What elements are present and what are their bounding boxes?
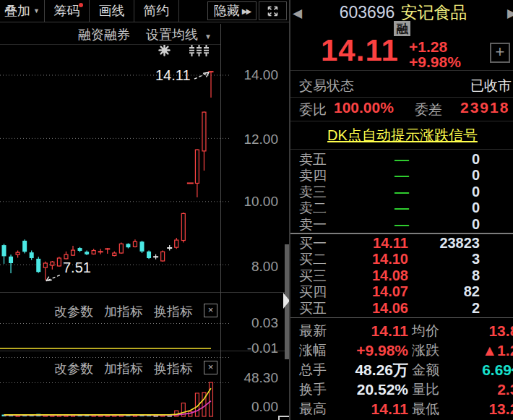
close-indicator1-button[interactable]: ×	[204, 304, 217, 317]
buy-1-row[interactable]: 买一 14.11 23823	[290, 235, 513, 252]
close-volume-panel-button[interactable]: ×	[204, 361, 217, 374]
axis-label-4830: 48.30	[225, 371, 278, 385]
switch-indicator-button[interactable]: 换指标	[154, 303, 193, 320]
pct-change-value: +9.98%	[322, 340, 408, 360]
volume-ratio-value: 2.34	[440, 380, 513, 399]
indicator1-header: 改参数 加指标 换指标	[54, 303, 193, 320]
axis-label-10: 10.00	[225, 194, 278, 209]
axis-label-14: 14.00	[225, 68, 278, 82]
hide-label: 隐藏	[214, 2, 240, 20]
buy-5-row[interactable]: 买五 14.06 2	[290, 300, 513, 317]
weibi-label: 委比	[299, 100, 327, 119]
draw-line-label: 画线	[99, 2, 125, 20]
sell-2-price: —	[322, 200, 408, 216]
stock-name: 安记食品	[400, 3, 467, 22]
change-value: ▲1.28	[440, 340, 513, 360]
high-value: 14.11	[322, 399, 408, 419]
stats-row: 最高 14.11 最低 13.25	[290, 399, 513, 419]
edit-params-button[interactable]: 改参数	[54, 303, 93, 320]
sell-5-volume: 0	[400, 151, 480, 168]
chips-label: 筹码	[54, 2, 80, 20]
sell-4-price: —	[322, 167, 408, 184]
weicha-label: 委差	[415, 100, 442, 119]
weibi-value: 100.00%	[334, 99, 394, 116]
stats-row: 换手 20.52% 量比 2.34	[290, 380, 513, 399]
buy-1-price: 14.11	[322, 235, 408, 252]
total-volume-value: 48.26万	[322, 360, 408, 380]
axis-label-8: 8.00	[225, 260, 278, 274]
axis-label-003: 0.03	[225, 316, 278, 330]
buy-2-row[interactable]: 买二 14.10 3	[290, 251, 513, 267]
hide-panel-button[interactable]: 隐藏 ▶▶	[207, 1, 256, 20]
buy-3-price: 14.08	[322, 267, 408, 284]
axis-label-000: 0.00	[225, 400, 278, 414]
trade-status-label: 交易状态	[299, 77, 354, 95]
buy-2-price: 14.10	[322, 251, 408, 267]
double-arrow-right-icon: ▶▶	[242, 7, 250, 15]
divider	[290, 317, 513, 318]
notification-dot-icon	[79, 3, 83, 7]
sell-3-row[interactable]: 卖三 — 0	[290, 184, 513, 200]
axis-label-n001: -0.01	[225, 341, 278, 356]
buy-4-row[interactable]: 买四 14.07 82	[290, 283, 513, 300]
turnover-amount-label: 金额	[412, 360, 439, 380]
stats-row: 涨幅 +9.98% 涨跌 ▲1.28	[290, 340, 513, 360]
stock-code: 603696	[340, 3, 395, 22]
stock-app-window: 叠加 ▼ 筹码 画线 简约 隐藏 ▶▶	[0, 0, 513, 420]
switch-indicator-button[interactable]: 换指标	[154, 360, 193, 377]
expand-arrows-icon	[267, 5, 279, 17]
avg-price-label: 均价	[412, 321, 439, 340]
buy-3-row[interactable]: 买三 14.08 8	[290, 267, 513, 284]
edit-params-button[interactable]: 改参数	[54, 360, 93, 377]
chart-toolbar: 叠加 ▼ 筹码 画线 简约 隐藏 ▶▶	[0, 0, 289, 22]
quote-panel: ◀ ▶ 603696安记食品 融 14.11 +1.28 +9.98% + 交易…	[289, 0, 513, 420]
sell-1-volume: 0	[400, 216, 480, 233]
bid-ask-divider	[290, 233, 513, 234]
buy-5-price: 14.06	[322, 300, 408, 317]
turnover-rate-value: 20.52%	[322, 380, 408, 399]
dk-signal-link[interactable]: DK点自动提示涨跌信号	[290, 126, 513, 145]
change-percent: +9.98%	[409, 54, 461, 69]
simple-mode-label: 简约	[144, 2, 170, 20]
overlay-button[interactable]: 叠加 ▼	[0, 0, 45, 22]
buy-1-volume: 23823	[400, 235, 480, 252]
sell-1-row[interactable]: 卖一 — 0	[290, 216, 513, 233]
buy-2-volume: 3	[400, 251, 480, 267]
sell-4-volume: 0	[400, 167, 480, 184]
change-amount: +1.28	[409, 39, 461, 54]
divider	[290, 149, 513, 150]
fullscreen-button[interactable]	[259, 1, 287, 20]
stats-row: 总手 48.26万 金额 6.69亿	[290, 360, 513, 380]
buy-5-volume: 2	[400, 300, 480, 317]
buy-4-price: 14.07	[322, 283, 408, 300]
sell-1-price: —	[322, 216, 408, 233]
add-to-watchlist-button[interactable]: +	[490, 43, 510, 63]
change-label: 涨跌	[412, 340, 439, 360]
axis-label-12: 12.00	[225, 132, 278, 147]
last-price: 14.11	[321, 33, 399, 68]
buy-4-volume: 82	[400, 283, 480, 300]
sell-2-row[interactable]: 卖二 — 0	[290, 200, 513, 216]
sell-2-volume: 0	[400, 200, 480, 216]
latest-value: 14.11	[322, 321, 408, 340]
stats-row: 最新 14.11 均价 13.87	[290, 321, 513, 340]
avg-price-value: 13.87	[440, 321, 513, 340]
draw-line-button[interactable]: 画线	[90, 0, 134, 22]
low-price-annotation: 7.51	[63, 260, 91, 276]
chevron-down-icon: ▼	[33, 7, 40, 14]
low-label: 最低	[412, 399, 439, 419]
sell-4-row[interactable]: 卖四 — 0	[290, 167, 513, 184]
divider	[290, 97, 513, 98]
buy-3-volume: 8	[400, 267, 480, 284]
volume-panel-header: 改参数 加指标 换指标	[54, 360, 193, 377]
add-indicator-button[interactable]: 加指标	[104, 303, 143, 320]
next-stock-button[interactable]: ▶	[507, 6, 513, 21]
sell-3-price: —	[322, 184, 408, 200]
trade-status-value: 已收市	[470, 77, 512, 95]
sell-5-row[interactable]: 卖五 — 0	[290, 151, 513, 168]
divider	[290, 70, 513, 71]
add-indicator-button[interactable]: 加指标	[104, 360, 143, 377]
chips-button[interactable]: 筹码	[45, 0, 90, 22]
divider	[290, 121, 513, 121]
simple-mode-button[interactable]: 简约	[134, 0, 179, 22]
